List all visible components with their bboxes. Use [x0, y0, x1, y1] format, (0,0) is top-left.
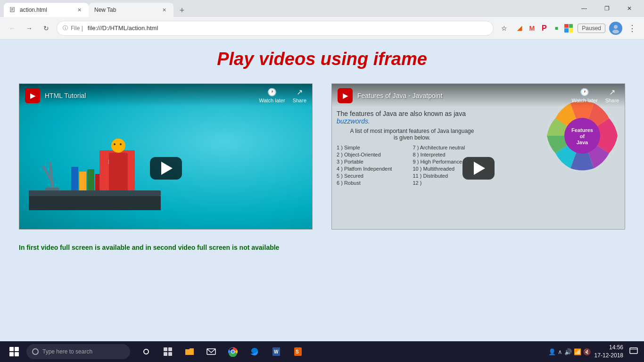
clock-icon-1: 🕐: [267, 88, 277, 97]
forward-btn[interactable]: →: [23, 22, 36, 35]
tab2-close-btn[interactable]: ✕: [160, 6, 168, 14]
url-file-label: File |: [71, 25, 83, 32]
taskbar-search[interactable]: Type here to search: [26, 344, 130, 359]
svg-point-12: [144, 349, 149, 354]
svg-point-4: [614, 25, 618, 29]
svg-point-21: [231, 350, 234, 353]
share-icon-2: ↗: [609, 88, 615, 97]
search-icon: [32, 348, 39, 355]
video2-watch-later-label: Watch later: [571, 98, 597, 103]
videos-container: HTML 5: [19, 83, 625, 230]
cortana-btn[interactable]: [136, 341, 157, 362]
browser-frame: action.html ✕ New Tab ✕ + — ❐ ✕ ← → ↻ ⓘ …: [0, 0, 644, 362]
start-icon: [9, 347, 19, 356]
video1-actions: 🕐 Watch later ↗ Share: [259, 88, 306, 103]
share-icon-1: ↗: [297, 88, 303, 97]
svg-text:S: S: [296, 349, 299, 354]
video2-title: Features of Java - Javatpoint: [357, 92, 567, 99]
ext-icon-colorful[interactable]: [563, 23, 574, 33]
video1-title: HTML Tutorial: [45, 92, 254, 99]
yt-logo-2: ▶: [338, 88, 353, 103]
video2-top-bar: ▶ Features of Java - Javatpoint 🕐 Watch …: [332, 84, 625, 107]
notification-btn[interactable]: [627, 345, 640, 358]
video1-frame: HTML 5: [19, 83, 313, 230]
ext-icon-pinterest[interactable]: P: [539, 23, 549, 33]
sys-icons: 👤 ∧ 🔊 📶 🔇: [548, 348, 591, 355]
back-btn[interactable]: ←: [6, 22, 19, 35]
video1-watch-later-btn[interactable]: 🕐 Watch later: [259, 88, 285, 103]
sublime-btn[interactable]: S: [288, 341, 308, 362]
maximize-btn[interactable]: ❐: [596, 2, 618, 15]
new-tab-button[interactable]: +: [175, 4, 189, 17]
video1-play-triangle: [161, 162, 173, 175]
reload-btn[interactable]: ↻: [40, 22, 53, 35]
close-btn[interactable]: ✕: [619, 2, 640, 15]
address-bar: ← → ↻ ⓘ File | file:///D:/HTML/action.ht…: [0, 17, 644, 40]
svg-point-5: [612, 30, 619, 33]
clock-icon-2: 🕐: [580, 88, 589, 97]
minimize-btn[interactable]: —: [573, 2, 595, 15]
profile-avatar[interactable]: [609, 22, 622, 35]
svg-rect-15: [164, 352, 167, 356]
up-arrow-icon[interactable]: ∧: [558, 348, 562, 355]
taskbar: Type here to search: [0, 341, 644, 362]
page-content: Play videos using iframe: [0, 40, 644, 362]
svg-text:W: W: [274, 349, 279, 354]
video1-top-bar: ▶ HTML Tutorial 🕐 Watch later ↗ Share: [19, 84, 312, 107]
svg-rect-13: [164, 347, 167, 351]
video1-overlay: ▶ HTML Tutorial 🕐 Watch later ↗ Share: [19, 84, 312, 229]
no-sound-icon: 🔇: [583, 348, 591, 355]
tab-action-html[interactable]: action.html ✕: [4, 3, 89, 17]
ext-icon-gmail[interactable]: M: [527, 23, 537, 33]
volume-icon[interactable]: 🔊: [564, 348, 572, 355]
video2-overlay: ▶ Features of Java - Javatpoint 🕐 Watch …: [332, 84, 625, 229]
menu-dots-btn[interactable]: ⋮: [626, 23, 638, 33]
tab-file-icon: [9, 7, 16, 13]
tab1-title: action.html: [20, 7, 72, 13]
file-manager-btn[interactable]: [179, 341, 200, 362]
tab1-close-btn[interactable]: ✕: [75, 6, 83, 14]
video2-actions: 🕐 Watch later ↗ Share: [571, 88, 619, 103]
title-bar: action.html ✕ New Tab ✕ + — ❐ ✕: [0, 0, 644, 17]
network-icon[interactable]: 📶: [574, 348, 581, 355]
ext-icon-3[interactable]: ■: [551, 23, 561, 33]
video1-play-btn[interactable]: [150, 157, 182, 180]
tab-new-tab[interactable]: New Tab ✕: [89, 3, 173, 17]
svg-rect-14: [168, 347, 172, 351]
extension-icons: ◢ M P ■: [514, 23, 574, 33]
page-title: Play videos using iframe: [19, 49, 625, 69]
search-placeholder: Type here to search: [42, 348, 92, 355]
window-controls: — ❐ ✕: [573, 2, 640, 17]
svg-rect-26: [630, 348, 637, 354]
word-btn[interactable]: W: [266, 341, 287, 362]
taskbar-apps: W S: [136, 341, 308, 362]
video1-watch-later-label: Watch later: [259, 98, 285, 103]
video1-play-center: [19, 107, 312, 229]
task-view-btn[interactable]: [157, 341, 178, 362]
video1-share-btn[interactable]: ↗ Share: [293, 88, 306, 103]
svg-rect-16: [168, 352, 172, 356]
start-btn[interactable]: [4, 341, 25, 362]
edge-btn[interactable]: [244, 341, 265, 362]
email-btn[interactable]: [201, 341, 222, 362]
ext-icon-1[interactable]: ◢: [514, 23, 525, 33]
tab2-title: New Tab: [94, 7, 157, 13]
paused-badge[interactable]: Paused: [578, 24, 605, 33]
video2-play-center: [332, 107, 625, 229]
video2-share-btn[interactable]: ↗ Share: [605, 88, 619, 103]
people-icon: 👤: [548, 348, 556, 355]
url-text: file:///D:/HTML/action.html: [88, 25, 158, 32]
video2-watch-later-btn[interactable]: 🕐 Watch later: [571, 88, 597, 103]
taskbar-sys: 👤 ∧ 🔊 📶 🔇 14:56 17-12-2018: [548, 344, 640, 360]
video1-share-label: Share: [293, 98, 306, 103]
yt-logo-1: ▶: [25, 88, 40, 103]
video2-play-triangle: [474, 162, 485, 175]
url-bar[interactable]: ⓘ File | file:///D:/HTML/action.html: [57, 21, 494, 36]
clock-time: 14:56: [594, 344, 623, 352]
video2-frame: The features of Java are also known as j…: [331, 83, 625, 230]
lock-icon: ⓘ: [63, 25, 68, 32]
chrome-btn[interactable]: [223, 341, 243, 362]
bookmark-star-btn[interactable]: ☆: [497, 22, 511, 35]
video2-play-btn[interactable]: [462, 157, 495, 180]
clock-date: 17-12-2018: [594, 352, 623, 360]
